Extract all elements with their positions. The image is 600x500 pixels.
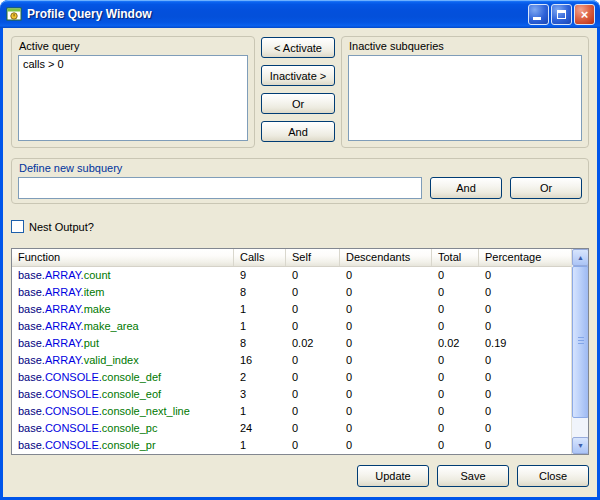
column-header-total[interactable]: Total [432,249,479,266]
cell-self: 0 [286,403,340,420]
table-row[interactable]: base.CONSOLE.console_next_line10000 [12,403,571,420]
column-header-self[interactable]: Self [286,249,340,266]
query-action-buttons: < Activate Inactivate > Or And [261,36,335,148]
cell-descendants: 0 [340,437,432,454]
update-button[interactable]: Update [357,465,429,487]
minimize-button[interactable] [528,4,549,25]
close-icon: × [581,8,589,21]
cell-calls: 1 [234,318,286,335]
inactivate-button[interactable]: Inactivate > [261,65,335,86]
subquery-input[interactable] [18,177,422,199]
cell-descendants: 0 [340,352,432,369]
subquery-and-button[interactable]: And [430,177,502,199]
minimize-icon [533,17,541,20]
function-name: base.ARRAY.item [12,284,234,301]
cell-self: 0 [286,267,340,284]
define-subquery-group: Define new subquery And Or [11,158,589,204]
cell-total: 0 [432,420,479,437]
column-header-descendants[interactable]: Descendants [340,249,432,266]
cell-descendants: 0 [340,267,432,284]
activate-button[interactable]: < Activate [261,37,335,58]
function-name: base.CONSOLE.console_pr [12,437,234,454]
cell-calls: 1 [234,437,286,454]
cell-total: 0 [432,403,479,420]
cell-descendants: 0 [340,420,432,437]
cell-self: 0 [286,386,340,403]
save-button[interactable]: Save [437,465,509,487]
cell-total: 0 [432,284,479,301]
subquery-or-button[interactable]: Or [510,177,582,199]
table-row[interactable]: base.CONSOLE.console_eof30000 [12,386,571,403]
profile-table: Function Calls Self Descendants Total Pe… [11,248,589,455]
inactive-subqueries-list[interactable] [348,55,582,141]
function-name: base.ARRAY.count [12,267,234,284]
or-button[interactable]: Or [261,93,335,114]
titlebar[interactable]: Profile Query Window × [0,0,600,28]
cell-self: 0 [286,437,340,454]
table-row[interactable]: base.ARRAY.make10000 [12,301,571,318]
table-row[interactable]: base.CONSOLE.console_pc240000 [12,420,571,437]
cell-self: 0.02 [286,335,340,352]
table-row[interactable]: base.CONSOLE.console_def20000 [12,369,571,386]
function-name: base.ARRAY.make_area [12,318,234,335]
active-query-item[interactable]: calls > 0 [23,58,64,70]
function-name: base.ARRAY.make [12,301,234,318]
cell-self: 0 [286,301,340,318]
cell-self: 0 [286,318,340,335]
active-query-list[interactable]: calls > 0 [18,55,248,141]
cell-calls: 2 [234,369,286,386]
cell-total: 0 [432,352,479,369]
cell-percentage: 0 [479,301,571,318]
table-row[interactable]: base.ARRAY.put80.0200.020.19 [12,335,571,352]
cell-total: 0 [432,301,479,318]
function-name: base.CONSOLE.console_pc [12,420,234,437]
app-icon [6,6,22,22]
function-name: base.CONSOLE.console_eof [12,386,234,403]
cell-descendants: 0 [340,369,432,386]
table-row[interactable]: base.CONSOLE.console_pr10000 [12,437,571,454]
cell-percentage: 0 [479,284,571,301]
vertical-scrollbar[interactable]: ▲ ▼ [571,249,588,454]
scroll-up-icon[interactable]: ▲ [572,249,589,266]
profile-query-window: Profile Query Window × Active query call… [0,0,600,500]
cell-percentage: 0.19 [479,335,571,352]
function-name: base.CONSOLE.console_def [12,369,234,386]
cell-descendants: 0 [340,403,432,420]
function-name: base.ARRAY.put [12,335,234,352]
cell-total: 0 [432,267,479,284]
cell-calls: 3 [234,386,286,403]
scroll-down-icon[interactable]: ▼ [572,437,589,454]
column-header-calls[interactable]: Calls [234,249,286,266]
table-body: base.ARRAY.count90000base.ARRAY.item8000… [12,267,571,454]
cell-percentage: 0 [479,386,571,403]
cell-calls: 8 [234,335,286,352]
cell-calls: 8 [234,284,286,301]
footer-buttons: Update Save Close [11,465,589,487]
table-row[interactable]: base.ARRAY.make_area10000 [12,318,571,335]
table-row[interactable]: base.ARRAY.count90000 [12,267,571,284]
column-header-function[interactable]: Function [12,249,234,266]
cell-calls: 1 [234,301,286,318]
cell-percentage: 0 [479,267,571,284]
table-row[interactable]: base.ARRAY.item80000 [12,284,571,301]
cell-percentage: 0 [479,318,571,335]
define-subquery-label: Define new subquery [12,159,588,177]
scroll-thumb[interactable] [572,266,589,418]
table-row[interactable]: base.ARRAY.valid_index160000 [12,352,571,369]
cell-self: 0 [286,284,340,301]
cell-descendants: 0 [340,284,432,301]
maximize-button[interactable] [551,4,572,25]
active-query-label: Active query [12,37,254,55]
cell-calls: 16 [234,352,286,369]
cell-total: 0 [432,437,479,454]
cell-percentage: 0 [479,420,571,437]
close-button[interactable]: × [574,4,595,25]
cell-descendants: 0 [340,335,432,352]
window-title: Profile Query Window [27,7,526,21]
and-button[interactable]: And [261,121,335,142]
nest-output-checkbox[interactable] [11,220,24,233]
function-name: base.CONSOLE.console_next_line [12,403,234,420]
cell-total: 0 [432,369,479,386]
close-dialog-button[interactable]: Close [517,465,589,487]
column-header-percentage[interactable]: Percentage [479,249,571,266]
